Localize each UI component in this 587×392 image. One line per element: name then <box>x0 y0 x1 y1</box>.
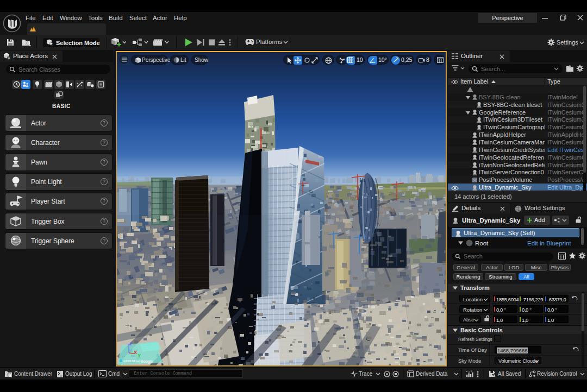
svg-text:X: X <box>134 350 137 355</box>
svg-text:Google: Google <box>141 359 153 364</box>
svg-text:CESIUM ion: CESIUM ion <box>123 359 141 363</box>
svg-text:Z: Z <box>129 342 132 346</box>
svg-text:Y: Y <box>138 353 141 358</box>
